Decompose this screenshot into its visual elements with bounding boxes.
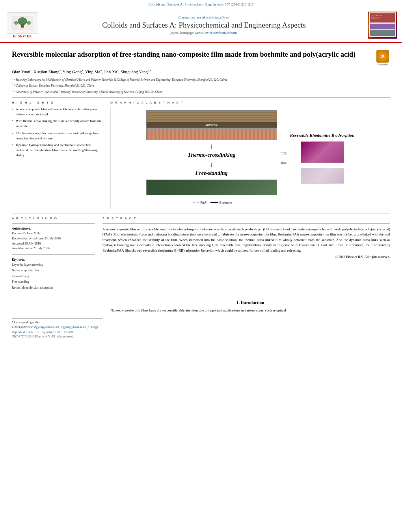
highlight-item-1: A nano-composite film with reversible mo… xyxy=(12,107,102,117)
graphical-abstract-column: G R A P H I C A L A B S T R A C T Substr… xyxy=(110,101,390,209)
svg-point-3 xyxy=(14,21,18,25)
article-title-section: Reversible molecular adsorption of free-… xyxy=(12,47,390,66)
introduction-column: 1. Introduction Nano-composite thin film… xyxy=(110,295,390,338)
ga-right-arrow: ⇒ xyxy=(280,148,287,158)
authors-line: Qian Yuana, Xuejian Zhanga, Ying Gonga, … xyxy=(12,69,390,74)
crossmark-icon: ✕ xyxy=(376,50,389,63)
ga-down-arrow-1: ↓ xyxy=(210,143,213,150)
article-history-label: Article history: xyxy=(12,227,95,230)
elsevier-wordmark: ELSEVIER xyxy=(13,35,32,38)
sciencedirect-link[interactable]: Contents lists available at ScienceDirec… xyxy=(44,16,364,19)
ga-legend-boehmite: Boehmite xyxy=(210,201,232,204)
journal-header: ELSEVIER Contents lists available at Sci… xyxy=(0,8,402,43)
journal-homepage-link[interactable]: www.elsevier.com/locate/colsurfa xyxy=(195,31,237,35)
article-title: Reversible molecular adsorption of free-… xyxy=(12,50,371,59)
keyword-1: Layer-by-layer assembly xyxy=(12,262,95,268)
elsevier-logo-image xyxy=(7,12,38,34)
svg-point-5 xyxy=(21,17,24,19)
highlights-column: H I G H L I G H T S A nano-composite fil… xyxy=(12,101,102,209)
keyword-3: Cross-linking xyxy=(12,274,95,279)
highlights-graphical-row: H I G H L I G H T S A nano-composite fil… xyxy=(12,101,390,209)
crossmark-badge[interactable]: ✕ CrossMark xyxy=(375,50,390,66)
footer-email: E-mail addresses: shgyang@dhu.edu.cn, sh… xyxy=(12,325,102,329)
highlights-list: A nano-composite film with reversible mo… xyxy=(12,107,102,158)
svg-text:COLLOIDS AND: COLLOIDS AND xyxy=(371,15,382,17)
abstract-text: A nano-composite film with reversible sm… xyxy=(102,227,390,254)
ga-legend-paa: 〜〜 PAA xyxy=(192,200,207,205)
abstract-copyright: © 2016 Elsevier B.V. All rights reserved… xyxy=(102,255,390,259)
corresponding-note: * Corresponding author. xyxy=(12,321,102,324)
ga-substrate-label: Substrate xyxy=(205,123,218,127)
keyword-5: Reversible molecular adsorption xyxy=(12,285,95,291)
crossmark-label: CrossMark xyxy=(378,63,388,66)
graphical-abstract-image: Substrate ↓ Thermo-crosslinking ↓ Free-s… xyxy=(110,107,390,209)
introduction-title: 1. Introduction xyxy=(110,300,390,305)
ga-down-arrow-2: ↓ xyxy=(210,161,213,168)
journal-citation: Colloids and Surfaces A: Physicochem. En… xyxy=(0,0,402,8)
email-link[interactable]: shgyang@dhu.edu.cn, shgyang@iccas.ac.cn … xyxy=(34,325,99,329)
footer-issn: 0927-7757/© 2016 Elsevier B.V. All right… xyxy=(12,335,102,338)
bottom-section: * Corresponding author. E-mail addresses… xyxy=(0,295,402,338)
keyword-2: Nano-composite film xyxy=(12,268,95,273)
ga-left-process: Substrate ↓ Thermo-crosslinking ↓ Free-s… xyxy=(146,110,277,205)
highlights-label: H I G H L I G H T S xyxy=(12,101,102,104)
revised-date: Received in revised form 25 July 2016 xyxy=(12,236,95,241)
highlight-item-2: With thermal cross-linking, the film can… xyxy=(12,119,102,129)
highlight-item-4: Dynamic hydrogen bonding and electrostat… xyxy=(12,143,102,158)
article-info-label: A R T I C L E I N F O xyxy=(12,217,95,220)
journal-cover-image: COLLOIDS AND SURFACES A xyxy=(368,11,397,39)
svg-point-4 xyxy=(27,21,31,25)
ga-legend: 〜〜 PAA Boehmite xyxy=(192,200,232,205)
keywords-list: Layer-by-layer assembly Nano-composite f… xyxy=(12,262,95,291)
introduction-text: Nano-composite thin films have drawn con… xyxy=(110,308,390,313)
info-abstract-row: A R T I C L E I N F O Article history: R… xyxy=(12,217,390,291)
highlight-item-3: The free-standing film remains stable in… xyxy=(12,131,102,141)
svg-rect-9 xyxy=(370,30,395,36)
ai-divider-2 xyxy=(12,254,95,255)
boehmite-line-icon xyxy=(210,202,218,203)
journal-homepage: journal homepage: www.elsevier.com/locat… xyxy=(44,31,364,35)
ai-divider xyxy=(12,223,95,224)
received-date: Received 5 June 2016 xyxy=(12,231,95,236)
abstract-label: A B S T R A C T xyxy=(102,217,390,220)
section-divider-1 xyxy=(12,97,390,98)
ga-right-adsorption: Reversible Rhodamine B adsorption xyxy=(290,132,355,183)
available-date: Available online 29 July 2016 xyxy=(12,246,95,251)
section-divider-2 xyxy=(12,213,390,213)
keyword-4: Free-standing xyxy=(12,279,95,285)
svg-rect-8 xyxy=(370,24,395,29)
journal-center-info: Contents lists available at ScienceDirec… xyxy=(44,16,364,35)
article-info-column: A R T I C L E I N F O Article history: R… xyxy=(12,217,95,291)
ga-adsorption-label: Reversible Rhodamine B adsorption xyxy=(290,132,355,138)
ga-cycle-arrows: ⇒ ⇐ xyxy=(280,148,287,167)
introduction-section: 1. Introduction Nano-composite thin film… xyxy=(110,300,390,313)
svg-rect-2 xyxy=(21,24,24,28)
footer-doi[interactable]: http://dx.doi.org/10.1016/j.colsurfa.201… xyxy=(12,330,102,334)
ga-left-arrow: ⇐ xyxy=(280,158,287,167)
abstract-divider xyxy=(102,223,390,224)
graphical-abstract-label: G R A P H I C A L A B S T R A C T xyxy=(110,101,390,104)
svg-text:SURFACES A: SURFACES A xyxy=(371,17,380,19)
abstract-column: A B S T R A C T A nano-composite film wi… xyxy=(102,217,390,291)
journal-title: Colloids and Surfaces A: Physicochemical… xyxy=(44,21,364,30)
ga-freestanding-label: Free-standing xyxy=(195,170,228,176)
accepted-date: Accepted 28 July 2016 xyxy=(12,241,95,247)
article-body: Reversible molecular adsorption of free-… xyxy=(0,43,402,295)
keywords-label: Keywords: xyxy=(12,258,95,261)
affiliations: a ᵃ State Key Laboratory for Modificatio… xyxy=(12,76,390,94)
ga-thermo-label: Thermo-crosslinking xyxy=(188,152,235,158)
elsevier-logo: ELSEVIER xyxy=(5,12,40,38)
article-dates: Received 5 June 2016 Received in revised… xyxy=(12,231,95,251)
footer-column: * Corresponding author. E-mail addresses… xyxy=(12,295,102,338)
